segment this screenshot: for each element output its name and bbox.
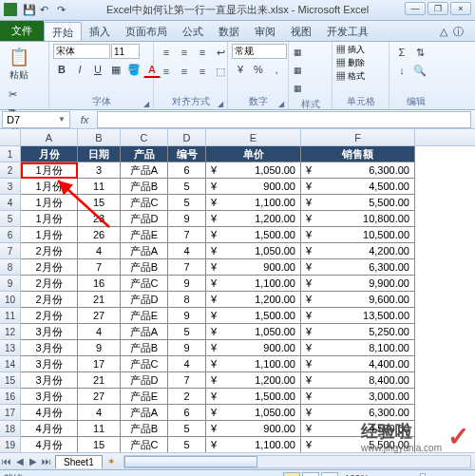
cell[interactable]: 7 (168, 372, 206, 389)
last-sheet-button[interactable]: ⏭ (40, 456, 53, 466)
cell[interactable]: 产品A (121, 405, 168, 421)
cell[interactable]: ¥6,300.00 (301, 162, 415, 179)
insert-cells-button[interactable]: ▦ 插入 (336, 44, 365, 56)
cell[interactable]: ¥3,000.00 (301, 389, 415, 405)
row-header[interactable]: 2 (0, 162, 21, 179)
cell[interactable]: 2月份 (21, 243, 78, 259)
cell[interactable]: 9 (78, 340, 121, 356)
cell[interactable]: 1月份 (21, 211, 78, 227)
cell[interactable]: 产品D (121, 211, 168, 227)
wrap-button[interactable]: ↩ (212, 44, 229, 61)
cell[interactable]: 5 (168, 179, 206, 195)
cell[interactable]: 9 (168, 276, 206, 292)
cell[interactable]: ¥6,300.00 (301, 259, 415, 276)
bold-button[interactable]: B (53, 61, 70, 78)
cell[interactable]: ¥4,400.00 (301, 356, 415, 372)
cell[interactable]: ¥1,050.00 (206, 324, 301, 340)
find-button[interactable]: 🔍 (411, 62, 428, 79)
cell[interactable]: 2月份 (21, 259, 78, 276)
cell[interactable]: 23 (78, 211, 121, 227)
row-header[interactable]: 7 (0, 243, 21, 259)
select-all-corner[interactable] (0, 129, 21, 145)
col-header-E[interactable]: E (206, 129, 301, 145)
cell[interactable]: ¥5,250.00 (301, 324, 415, 340)
cond-fmt-button[interactable]: ▦ (293, 44, 303, 61)
table-fmt-button[interactable]: ▦ (293, 62, 303, 79)
new-sheet-button[interactable]: ✶ (103, 456, 120, 466)
h-scrollbar[interactable] (124, 455, 471, 468)
align-top-button[interactable]: ≡ (158, 44, 175, 61)
cell[interactable]: ¥9,600.00 (301, 292, 415, 308)
cell[interactable]: 1月份 (21, 195, 78, 211)
cell[interactable]: 15 (78, 437, 121, 452)
launcher-icon[interactable]: ◢ (218, 100, 223, 108)
cell[interactable]: 产品C (121, 437, 168, 452)
cell[interactable]: 产品A (121, 243, 168, 259)
cell[interactable]: 4月份 (21, 437, 78, 452)
cell[interactable]: 6 (168, 162, 206, 179)
cell[interactable]: ¥1,100.00 (206, 195, 301, 211)
comma-button[interactable]: , (268, 61, 285, 78)
cell[interactable]: 11 (78, 179, 121, 195)
row-header[interactable]: 14 (0, 356, 21, 372)
delete-cells-button[interactable]: ▦ 删除 (336, 57, 365, 69)
cell[interactable]: 产品D (121, 292, 168, 308)
row-header[interactable]: 13 (0, 340, 21, 356)
cell[interactable]: ¥5,500.00 (301, 195, 415, 211)
cell[interactable]: 产品E (121, 389, 168, 405)
align-mid-button[interactable]: ≡ (176, 44, 193, 61)
cell[interactable]: 4 (78, 324, 121, 340)
cell[interactable]: ¥4,200.00 (301, 243, 415, 259)
pagebreak-view-button[interactable] (321, 472, 338, 476)
cell[interactable]: 3 (78, 162, 121, 179)
col-header-F[interactable]: F (301, 129, 415, 145)
cell[interactable]: 3月份 (21, 372, 78, 389)
layout-tab[interactable]: 页面布局 (118, 22, 175, 41)
cell[interactable]: ¥900.00 (206, 259, 301, 276)
cell-style-button[interactable]: ▦ (293, 80, 303, 97)
data-tab[interactable]: 数据 (211, 22, 247, 41)
cell[interactable]: ¥1,050.00 (206, 405, 301, 421)
cell[interactable]: 11 (78, 421, 121, 437)
scroll-thumb[interactable] (124, 456, 257, 467)
cell[interactable]: 2月份 (21, 292, 78, 308)
launcher-icon[interactable]: ◢ (278, 100, 284, 108)
cell[interactable]: 产品C (121, 276, 168, 292)
cell[interactable]: 17 (78, 356, 121, 372)
italic-button[interactable]: I (71, 61, 88, 78)
cell[interactable]: 产品E (121, 308, 168, 324)
cell[interactable]: 15 (78, 195, 121, 211)
align-right-button[interactable]: ≡ (194, 63, 211, 80)
cell[interactable]: ¥10,500.00 (301, 227, 415, 243)
formulas-tab[interactable]: 公式 (175, 22, 211, 41)
cell[interactable]: ¥13,500.00 (301, 308, 415, 324)
cell[interactable]: ¥1,500.00 (206, 308, 301, 324)
cell[interactable]: ¥8,100.00 (301, 340, 415, 356)
cell[interactable]: ¥1,500.00 (206, 389, 301, 405)
header-cell[interactable]: 产品 (121, 146, 168, 162)
row-header[interactable]: 5 (0, 211, 21, 227)
merge-button[interactable]: ⬚ (212, 63, 229, 80)
sort-button[interactable]: ⇅ (411, 44, 428, 61)
number-format-select[interactable] (232, 44, 287, 59)
cell[interactable]: ¥900.00 (206, 340, 301, 356)
cell[interactable]: 产品E (121, 227, 168, 243)
align-left-button[interactable]: ≡ (158, 63, 175, 80)
cell[interactable]: 4 (78, 243, 121, 259)
border-button[interactable]: ▦ (107, 61, 124, 78)
cell[interactable]: 7 (168, 227, 206, 243)
cell[interactable]: ¥1,100.00 (206, 437, 301, 452)
cell[interactable]: ¥1,200.00 (206, 292, 301, 308)
home-tab[interactable]: 开始 (44, 22, 82, 41)
cell[interactable]: 26 (78, 227, 121, 243)
cell[interactable]: 产品B (121, 340, 168, 356)
view-tab[interactable]: 视图 (283, 22, 319, 41)
row-header[interactable]: 1 (0, 146, 21, 162)
cell[interactable]: ¥900.00 (206, 421, 301, 437)
align-center-button[interactable]: ≡ (176, 63, 193, 80)
cell[interactable]: 5 (168, 421, 206, 437)
cell[interactable]: 6 (168, 405, 206, 421)
row-header[interactable]: 18 (0, 421, 21, 437)
cell[interactable]: 3月份 (21, 340, 78, 356)
cell[interactable]: 产品C (121, 356, 168, 372)
